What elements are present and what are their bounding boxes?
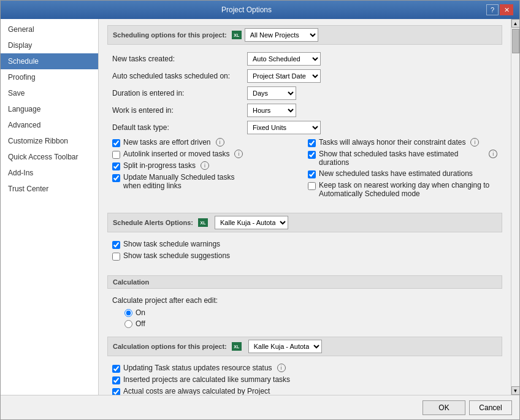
- calc-on-row: On: [124, 308, 497, 317]
- alerts-project-dropdown[interactable]: Kalle Kuja - Autotalli 1.mpp: [215, 216, 288, 229]
- task-type-row: Default task type: Fixed Units Fixed Dur…: [112, 121, 497, 134]
- inserted-projects-label: Inserted projects are calculated like su…: [123, 375, 290, 384]
- auto-scheduled-dropdown[interactable]: Project Start Date Project Finish Date: [247, 69, 321, 83]
- new-estimated-checkbox[interactable]: [308, 170, 316, 178]
- alerts-excel-icon: XL: [198, 218, 208, 227]
- honor-constraint-info-icon[interactable]: i: [470, 138, 479, 147]
- calc-label: Calculate project after each edit:: [112, 296, 247, 305]
- show-estimated-label: Show that scheduled tasks have estimated…: [319, 150, 484, 167]
- work-row: Work is entered in: Hours Days: [112, 104, 497, 117]
- duration-label: Duration is entered in:: [112, 89, 247, 97]
- sidebar-item-trust-center[interactable]: Trust Center: [1, 181, 98, 197]
- show-suggestions-checkbox[interactable]: [112, 253, 120, 261]
- help-button[interactable]: ?: [486, 4, 499, 15]
- scheduling-header-label: Scheduling options for this project:: [113, 31, 227, 39]
- check-updating-task: Updating Task status updates resource st…: [112, 364, 497, 373]
- task-type-dropdown[interactable]: Fixed Units Fixed Duration Fixed Work: [247, 121, 321, 134]
- calc-options-section-header: Calculation options for this project: XL…: [107, 337, 502, 356]
- check-left-col: New tasks are effort driven i Autolink i…: [112, 138, 302, 200]
- scheduling-project-control: XL All New Projects Current Project: [232, 28, 318, 42]
- split-inprogress-checkbox[interactable]: [112, 162, 120, 170]
- sidebar: GeneralDisplayScheduleProofingSaveLangua…: [1, 19, 99, 395]
- calc-on-radio[interactable]: [124, 309, 132, 317]
- check-keep-task: Keep task on nearest working day when ch…: [308, 181, 497, 198]
- duration-row: Duration is entered in: Days Hours Weeks: [112, 86, 497, 100]
- work-label: Work is entered in:: [112, 106, 247, 115]
- calc-options-header-label: Calculation options for this project:: [113, 343, 227, 350]
- scrollbar: ▲ ▼: [511, 19, 519, 395]
- sidebar-item-customize-ribbon[interactable]: Customize Ribbon: [1, 133, 98, 149]
- check-honor-constraint: Tasks will always honor their constraint…: [308, 138, 497, 147]
- excel-icon: XL: [232, 31, 242, 39]
- calc-options-excel-icon: XL: [232, 342, 242, 351]
- alerts-header-label: Schedule Alerts Options:: [113, 219, 193, 226]
- title-bar-controls: ? ✕: [486, 4, 513, 15]
- inserted-projects-checkbox[interactable]: [112, 376, 120, 384]
- ok-button[interactable]: OK: [422, 400, 465, 415]
- sidebar-item-language[interactable]: Language: [1, 101, 98, 117]
- honor-constraint-label: Tasks will always honor their constraint…: [319, 138, 465, 147]
- scroll-up-button[interactable]: ▲: [511, 19, 520, 28]
- close-button[interactable]: ✕: [500, 4, 513, 15]
- update-manually-checkbox[interactable]: [112, 174, 120, 182]
- scheduling-project-dropdown[interactable]: All New Projects Current Project: [245, 28, 318, 42]
- calc-options-content: Updating Task status updates resource st…: [107, 361, 502, 395]
- dialog-footer: OK Cancel: [1, 395, 519, 419]
- calc-off-row: Off: [124, 319, 497, 328]
- scheduling-checks: New tasks are effort driven i Autolink i…: [112, 138, 497, 200]
- work-dropdown[interactable]: Hours Days: [247, 104, 296, 117]
- effort-driven-info-icon[interactable]: i: [216, 138, 224, 147]
- check-update-manually: Update Manually Scheduled taskswhen edit…: [112, 173, 302, 190]
- calc-label-row: Calculate project after each edit:: [112, 296, 497, 305]
- split-inprogress-info-icon[interactable]: i: [201, 161, 209, 170]
- show-estimated-checkbox[interactable]: [308, 151, 316, 159]
- cancel-button[interactable]: Cancel: [469, 400, 512, 415]
- autolink-checkbox[interactable]: [112, 151, 120, 159]
- updating-task-label: Updating Task status updates resource st…: [123, 364, 272, 372]
- effort-driven-checkbox[interactable]: [112, 139, 120, 147]
- sidebar-item-general[interactable]: General: [1, 21, 98, 37]
- calculation-header-label: Calculation: [113, 278, 149, 286]
- duration-dropdown[interactable]: Days Hours Weeks: [247, 86, 296, 100]
- sidebar-item-save[interactable]: Save: [1, 85, 98, 101]
- honor-constraint-checkbox[interactable]: [308, 139, 316, 147]
- dialog-body: GeneralDisplayScheduleProofingSaveLangua…: [1, 19, 519, 395]
- duration-control: Days Hours Weeks: [247, 86, 296, 100]
- autolink-info-icon[interactable]: i: [234, 150, 243, 158]
- project-options-dialog: Project Options ? ✕ GeneralDisplaySchedu…: [0, 0, 520, 420]
- updating-task-checkbox[interactable]: [112, 365, 120, 373]
- task-type-control: Fixed Units Fixed Duration Fixed Work: [247, 121, 321, 134]
- new-tasks-row: New tasks created: Auto Scheduled Manual…: [112, 52, 497, 66]
- actual-costs-checkbox[interactable]: [112, 388, 120, 395]
- check-split-inprogress: Split in-progress tasks i: [112, 161, 302, 170]
- dialog-title: Project Options: [7, 6, 486, 14]
- sidebar-item-schedule[interactable]: Schedule: [1, 53, 98, 69]
- auto-scheduled-row: Auto scheduled tasks scheduled on: Proje…: [112, 69, 497, 83]
- auto-scheduled-label: Auto scheduled tasks scheduled on:: [112, 72, 247, 80]
- sidebar-item-quick-access-toolbar[interactable]: Quick Access Toolbar: [1, 149, 98, 165]
- calc-options-project-dropdown[interactable]: Kalle Kuja - Autotalli 1.mpp: [248, 340, 322, 353]
- scroll-thumb[interactable]: [512, 29, 519, 53]
- check-actual-costs: Actual costs are always calculated by Pr…: [112, 387, 497, 395]
- new-tasks-dropdown[interactable]: Auto Scheduled Manually Scheduled: [247, 52, 321, 66]
- update-manually-label: Update Manually Scheduled taskswhen edit…: [123, 173, 234, 190]
- sidebar-item-proofing[interactable]: Proofing: [1, 69, 98, 85]
- calc-off-label: Off: [136, 319, 145, 328]
- show-warnings-label: Show task schedule warnings: [123, 240, 220, 248]
- autolink-label: Autolink inserted or moved tasks: [123, 150, 229, 158]
- calc-off-radio[interactable]: [124, 320, 132, 328]
- show-estimated-info-icon[interactable]: i: [489, 150, 497, 158]
- sidebar-item-add-ins[interactable]: Add-Ins: [1, 165, 98, 181]
- alerts-content: Show task schedule warnings Show task sc…: [107, 237, 502, 269]
- sidebar-item-advanced[interactable]: Advanced: [1, 117, 98, 133]
- check-inserted-projects: Inserted projects are calculated like su…: [112, 375, 497, 384]
- show-warnings-checkbox[interactable]: [112, 241, 120, 249]
- updating-task-info-icon[interactable]: i: [277, 364, 286, 372]
- scheduling-section-header: Scheduling options for this project: XL …: [107, 25, 502, 45]
- check-show-suggestions: Show task schedule suggestions: [112, 251, 497, 261]
- auto-scheduled-control: Project Start Date Project Finish Date: [247, 69, 321, 83]
- keep-task-checkbox[interactable]: [308, 182, 316, 190]
- calculation-section-header: Calculation: [107, 275, 502, 289]
- scroll-down-button[interactable]: ▼: [511, 386, 520, 395]
- sidebar-item-display[interactable]: Display: [1, 37, 98, 53]
